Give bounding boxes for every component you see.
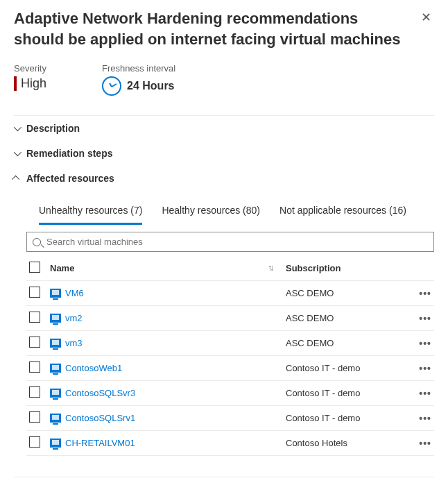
more-icon[interactable]: •••: [419, 388, 431, 399]
close-icon[interactable]: ✕: [418, 8, 434, 26]
vm-icon: [50, 414, 61, 423]
vm-icon: [50, 339, 61, 348]
tab-healthy[interactable]: Healthy resources (80): [162, 199, 260, 225]
resource-link[interactable]: ContosoWeb1: [65, 363, 122, 373]
subscription-cell: ASC DEMO: [283, 331, 412, 356]
table-row: vm3ASC DEMO•••: [26, 331, 434, 356]
row-checkbox[interactable]: [29, 411, 40, 423]
resource-link[interactable]: vm3: [65, 338, 83, 348]
tab-unhealthy[interactable]: Unhealthy resources (7): [39, 199, 142, 225]
section-remediation[interactable]: Remediation steps: [14, 141, 434, 166]
freshness-value: 24 Hours: [127, 80, 174, 92]
table-row: VM6ASC DEMO•••: [26, 281, 434, 306]
row-checkbox[interactable]: [29, 361, 40, 373]
resources-table: Name ↑↓ Subscription VM6ASC DEMO•••vm2AS…: [26, 256, 434, 456]
subscription-cell: Contoso Hotels: [283, 431, 412, 456]
search-input[interactable]: [45, 236, 428, 248]
table-row: CH-RETAILVM01Contoso Hotels•••: [26, 431, 434, 456]
row-checkbox[interactable]: [29, 312, 40, 323]
severity-value: High: [14, 76, 46, 91]
sort-icon[interactable]: ↑↓: [268, 263, 272, 273]
chevron-down-icon: [14, 124, 21, 131]
severity-block: Severity High: [14, 63, 46, 96]
section-label: Remediation steps: [26, 148, 112, 159]
vm-icon: [50, 314, 61, 323]
freshness-block: Freshness interval 24 Hours: [102, 63, 175, 96]
subscription-cell: ASC DEMO: [283, 281, 412, 306]
severity-label: Severity: [14, 63, 46, 74]
subscription-cell: Contoso IT - demo: [283, 406, 412, 431]
table-row: ContosoSQLSrv1Contoso IT - demo•••: [26, 406, 434, 431]
clock-icon: [102, 76, 121, 96]
more-icon[interactable]: •••: [419, 363, 431, 374]
section-label: Affected resources: [26, 173, 114, 184]
table-row: ContosoWeb1Contoso IT - demo•••: [26, 356, 434, 381]
more-icon[interactable]: •••: [419, 438, 431, 449]
search-icon: [33, 238, 41, 246]
vm-icon: [50, 439, 61, 448]
chevron-up-icon: [12, 176, 19, 183]
table-row: ContosoSQLSvr3Contoso IT - demo•••: [26, 381, 434, 406]
vm-icon: [50, 364, 61, 373]
more-icon[interactable]: •••: [419, 288, 431, 299]
select-all-checkbox[interactable]: [29, 262, 40, 273]
resource-link[interactable]: ContosoSQLSrv1: [65, 413, 135, 423]
resource-link[interactable]: CH-RETAILVM01: [65, 438, 135, 448]
table-row: vm2ASC DEMO•••: [26, 306, 434, 331]
section-affected[interactable]: Affected resources: [14, 166, 434, 191]
resource-link[interactable]: vm2: [65, 313, 83, 323]
row-checkbox[interactable]: [29, 386, 40, 398]
row-checkbox[interactable]: [29, 436, 40, 448]
more-icon[interactable]: •••: [419, 313, 431, 324]
vm-icon: [50, 289, 61, 298]
tab-not-applicable[interactable]: Not applicable resources (16): [279, 199, 406, 225]
search-box[interactable]: [26, 232, 434, 252]
more-icon[interactable]: •••: [419, 413, 431, 424]
resource-link[interactable]: VM6: [65, 288, 84, 298]
section-description[interactable]: Description: [14, 116, 434, 141]
column-subscription[interactable]: Subscription: [283, 256, 412, 281]
subscription-cell: ASC DEMO: [283, 306, 412, 331]
column-name[interactable]: Name: [50, 263, 74, 273]
freshness-label: Freshness interval: [102, 63, 175, 74]
row-checkbox[interactable]: [29, 337, 40, 348]
subscription-cell: Contoso IT - demo: [283, 381, 412, 406]
subscription-cell: Contoso IT - demo: [283, 356, 412, 381]
page-title: Adaptive Network Hardening recommendatio…: [14, 8, 410, 49]
chevron-down-icon: [14, 148, 21, 156]
more-icon[interactable]: •••: [419, 338, 431, 349]
resource-link[interactable]: ContosoSQLSvr3: [65, 388, 135, 398]
row-checkbox[interactable]: [29, 287, 40, 298]
vm-icon: [50, 389, 61, 398]
section-label: Description: [26, 123, 80, 134]
